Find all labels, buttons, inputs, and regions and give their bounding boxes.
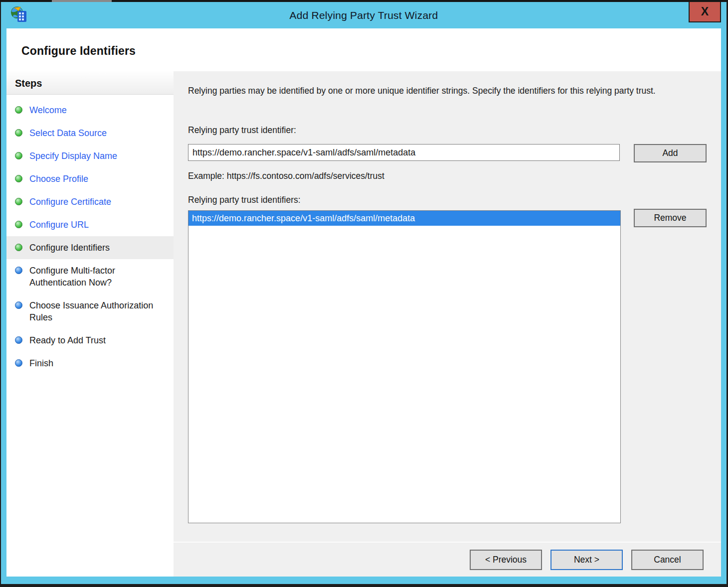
page-title: Configure Identifiers	[21, 44, 721, 58]
close-icon: X	[701, 5, 709, 18]
step-item[interactable]: Welcome	[6, 99, 174, 122]
step-label: Select Data Source	[29, 127, 107, 139]
main-content: Relying parties may be identified by one…	[174, 71, 721, 577]
identifiers-listbox[interactable]: https://demo.rancher.space/v1-saml/adfs/…	[188, 210, 621, 523]
step-bullet-icon	[15, 129, 22, 137]
step-bullet-icon	[15, 175, 22, 182]
step-bullet-icon	[15, 267, 22, 274]
step-label: Configure Multi-factor Authentication No…	[29, 265, 154, 289]
wizard-panel: Configure Identifiers Steps WelcomeSelec…	[6, 28, 721, 577]
step-item[interactable]: Specify Display Name	[6, 145, 174, 167]
step-bullet-icon	[15, 198, 22, 205]
previous-button[interactable]: < Previous	[470, 550, 542, 570]
example-text: Example: https://fs.contoso.com/adfs/ser…	[188, 171, 384, 181]
identifier-list-item[interactable]: https://demo.rancher.space/v1-saml/adfs/…	[188, 211, 620, 226]
step-label: Ready to Add Trust	[29, 334, 106, 346]
step-label: Configure Identifiers	[29, 242, 110, 254]
step-label: Welcome	[29, 104, 67, 116]
step-item[interactable]: Select Data Source	[6, 122, 174, 145]
steps-sidebar: Steps WelcomeSelect Data SourceSpecify D…	[6, 71, 174, 577]
add-button[interactable]: Add	[634, 144, 707, 162]
next-button[interactable]: Next >	[550, 550, 623, 570]
step-item: Finish	[6, 352, 174, 375]
page-description: Relying parties may be identified by one…	[188, 84, 702, 98]
background-window-artifact	[52, 0, 112, 2]
remove-button[interactable]: Remove	[634, 209, 707, 227]
adfs-app-icon	[9, 5, 29, 25]
step-label: Configure Certificate	[29, 196, 111, 208]
step-item[interactable]: Configure URL	[6, 213, 174, 236]
identifier-field-label: Relying party trust identifier:	[188, 125, 296, 136]
step-label: Specify Display Name	[29, 150, 117, 162]
step-label: Finish	[29, 357, 53, 369]
cancel-button[interactable]: Cancel	[631, 550, 704, 570]
step-label: Configure URL	[29, 219, 89, 231]
step-bullet-icon	[15, 244, 22, 251]
steps-list: WelcomeSelect Data SourceSpecify Display…	[6, 95, 174, 375]
page-header: Configure Identifiers	[6, 28, 721, 71]
step-bullet-icon	[15, 301, 22, 309]
step-bullet-icon	[15, 221, 22, 228]
step-bullet-icon	[15, 336, 22, 344]
screen-edge-strip	[0, 0, 728, 2]
step-bullet-icon	[15, 106, 22, 114]
titlebar: Add Relying Party Trust Wizard X	[1, 1, 727, 28]
wizard-window: Add Relying Party Trust Wizard X Configu…	[1, 1, 727, 584]
step-item[interactable]: Choose Profile	[6, 167, 174, 190]
identifier-input[interactable]	[188, 144, 620, 161]
step-item[interactable]: Configure Certificate	[6, 190, 174, 213]
step-label: Choose Issuance Authorization Rules	[29, 299, 154, 323]
step-item: Ready to Add Trust	[6, 329, 174, 352]
identifiers-list-label: Relying party trust identifiers:	[188, 195, 301, 205]
step-bullet-icon	[15, 359, 22, 367]
close-button[interactable]: X	[689, 1, 721, 22]
window-title: Add Relying Party Trust Wizard	[1, 1, 727, 29]
steps-header: Steps	[6, 71, 174, 95]
step-bullet-icon	[15, 152, 22, 159]
step-label: Choose Profile	[29, 173, 88, 185]
step-item: Choose Issuance Authorization Rules	[6, 294, 174, 329]
footer-bar: < Previous Next > Cancel	[174, 542, 721, 577]
step-item: Configure Identifiers	[6, 236, 174, 259]
step-item: Configure Multi-factor Authentication No…	[6, 259, 174, 294]
